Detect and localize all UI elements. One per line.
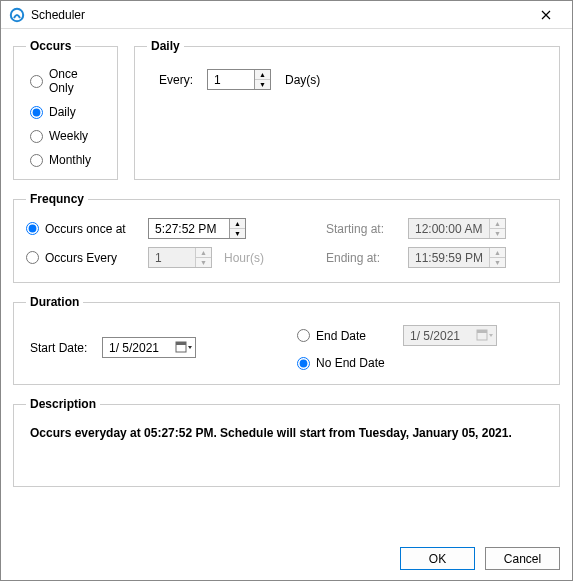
frequency-legend: Frequncy <box>26 192 88 206</box>
freq-once-label: Occurs once at <box>45 222 126 236</box>
start-date-input[interactable] <box>103 341 173 355</box>
freq-once-radio[interactable] <box>26 222 39 235</box>
duration-group: Duration Start Date: End Date <box>13 295 560 385</box>
occurs-weekly[interactable]: Weekly <box>30 129 105 143</box>
app-icon <box>9 7 25 23</box>
spinner-down-icon[interactable]: ▼ <box>255 80 270 89</box>
occurs-monthly[interactable]: Monthly <box>30 153 105 167</box>
occurs-daily-radio[interactable] <box>30 106 43 119</box>
end-date-radio[interactable] <box>297 329 310 342</box>
start-date-label: Start Date: <box>30 341 102 355</box>
end-date-picker <box>403 325 497 346</box>
occurs-legend: Occurs <box>26 39 75 53</box>
description-legend: Description <box>26 397 100 411</box>
freq-once-time[interactable]: ▲ ▼ <box>148 218 246 239</box>
daily-every-spinner[interactable]: ▲ ▼ <box>207 69 271 90</box>
spinner-down-icon: ▼ <box>490 258 505 267</box>
window-title: Scheduler <box>31 8 526 22</box>
freq-every-radio[interactable] <box>26 251 39 264</box>
no-end-date-label: No End Date <box>316 356 385 370</box>
freq-ending-time: ▲ ▼ <box>408 247 506 268</box>
spinner-down-icon[interactable]: ▼ <box>230 229 245 238</box>
spinner-up-icon: ▲ <box>490 219 505 229</box>
freq-every-spinner: ▲ ▼ <box>148 247 212 268</box>
svg-rect-4 <box>477 330 487 333</box>
freq-ending-input <box>409 248 489 267</box>
freq-once[interactable]: Occurs once at <box>26 222 136 236</box>
spinner-up-icon: ▲ <box>196 248 211 258</box>
spinner-up-icon[interactable]: ▲ <box>255 70 270 80</box>
freq-every[interactable]: Occurs Every <box>26 251 136 265</box>
frequency-group: Frequncy Occurs once at ▲ ▼ <box>13 192 560 283</box>
close-button[interactable] <box>526 3 566 27</box>
cancel-button[interactable]: Cancel <box>485 547 560 570</box>
description-text: Occurs everyday at 05:27:52 PM. Schedule… <box>26 419 547 454</box>
freq-every-unit: Hour(s) <box>224 251 264 265</box>
description-group: Description Occurs everyday at 05:27:52 … <box>13 397 560 487</box>
spinner-up-icon: ▲ <box>490 248 505 258</box>
daily-legend: Daily <box>147 39 184 53</box>
occurs-daily-label: Daily <box>49 105 76 119</box>
freq-starting-label: Starting at: <box>326 222 396 236</box>
daily-every-label: Every: <box>159 73 193 87</box>
spinner-up-icon[interactable]: ▲ <box>230 219 245 229</box>
occurs-weekly-label: Weekly <box>49 129 88 143</box>
spinner-down-icon: ▼ <box>196 258 211 267</box>
no-end-date-option[interactable]: No End Date <box>297 356 385 370</box>
occurs-group: Occurs Once Only Daily Weekly Monthly <box>13 39 118 180</box>
end-date-label: End Date <box>316 329 366 343</box>
occurs-weekly-radio[interactable] <box>30 130 43 143</box>
occurs-monthly-label: Monthly <box>49 153 91 167</box>
freq-ending-label: Ending at: <box>326 251 396 265</box>
occurs-once-label: Once Only <box>49 67 105 95</box>
spinner-down-icon: ▼ <box>490 229 505 238</box>
titlebar: Scheduler <box>1 1 572 29</box>
freq-once-time-input[interactable] <box>149 219 229 238</box>
occurs-once-radio[interactable] <box>30 75 43 88</box>
end-date-input <box>404 329 474 343</box>
occurs-once-only[interactable]: Once Only <box>30 67 105 95</box>
freq-starting-input <box>409 219 489 238</box>
freq-every-label: Occurs Every <box>45 251 117 265</box>
freq-every-input <box>149 248 195 267</box>
daily-group: Daily Every: ▲ ▼ Day(s) <box>134 39 560 180</box>
daily-every-input[interactable] <box>208 70 254 89</box>
start-date-picker[interactable] <box>102 337 196 358</box>
daily-unit-label: Day(s) <box>285 73 320 87</box>
calendar-dropdown-icon <box>474 329 496 343</box>
occurs-monthly-radio[interactable] <box>30 154 43 167</box>
ok-button[interactable]: OK <box>400 547 475 570</box>
end-date-option[interactable]: End Date <box>297 329 393 343</box>
no-end-date-radio[interactable] <box>297 357 310 370</box>
freq-starting-time: ▲ ▼ <box>408 218 506 239</box>
duration-legend: Duration <box>26 295 83 309</box>
occurs-daily[interactable]: Daily <box>30 105 105 119</box>
calendar-dropdown-icon[interactable] <box>173 341 195 355</box>
svg-rect-2 <box>176 342 186 345</box>
